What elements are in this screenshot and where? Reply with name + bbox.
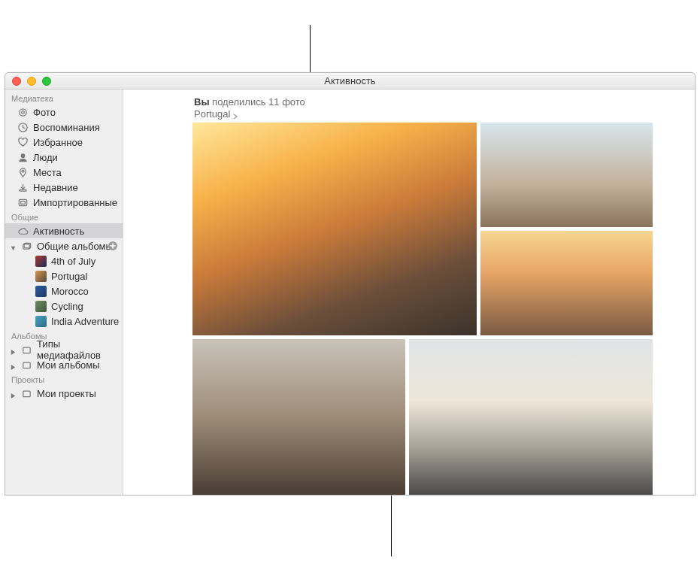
svg-point-4 xyxy=(22,170,24,172)
activity-headline: Вы поделились 11 фото Portugal xyxy=(123,89,695,125)
shared-albums-list: 4th of July Portugal Morocco Cycling xyxy=(5,253,123,329)
photos-icon xyxy=(17,107,29,118)
sidebar-header-library: Медиатека xyxy=(5,91,123,105)
sidebar-item-label: Воспоминания xyxy=(33,122,100,133)
photo-thumbnail[interactable] xyxy=(409,339,653,495)
sidebar-item-people[interactable]: Люди xyxy=(5,150,123,165)
disclosure-triangle-icon[interactable] xyxy=(10,390,17,397)
heart-icon xyxy=(17,137,29,148)
album-stack-icon xyxy=(21,241,32,252)
svg-rect-6 xyxy=(19,199,26,205)
sidebar-item-label: Фото xyxy=(33,107,56,118)
sidebar-item-shared-albums[interactable]: Общие альбомы xyxy=(5,238,123,253)
window-title: Активность xyxy=(5,75,695,86)
download-icon xyxy=(17,182,29,193)
sidebar: Медиатека Фото Воспоминания xyxy=(5,89,123,495)
sidebar-item-label: Мои альбомы xyxy=(37,359,100,371)
album-link-label: Portugal xyxy=(194,108,230,120)
svg-rect-11 xyxy=(23,347,30,353)
svg-rect-7 xyxy=(21,201,26,204)
sidebar-item-shared-album[interactable]: Portugal xyxy=(5,268,123,283)
folder-icon xyxy=(21,359,32,371)
photo-grid-bottom xyxy=(192,339,653,495)
add-album-button[interactable] xyxy=(108,241,118,251)
sidebar-item-shared-album[interactable]: Cycling xyxy=(5,299,123,314)
folder-icon xyxy=(21,344,32,356)
sidebar-item-places[interactable]: Места xyxy=(5,165,123,180)
album-thumbnail xyxy=(35,316,47,327)
sidebar-item-label: Активность xyxy=(33,226,84,237)
sidebar-item-imported[interactable]: Импортированные xyxy=(5,195,123,210)
sidebar-item-photos[interactable]: Фото xyxy=(5,105,123,120)
window-controls xyxy=(5,77,51,86)
sidebar-item-memories[interactable]: Воспоминания xyxy=(5,120,123,135)
disclosure-triangle-icon[interactable] xyxy=(10,243,17,250)
sidebar-item-label: Избранное xyxy=(33,137,83,148)
sidebar-item-label: 4th of July xyxy=(51,256,95,267)
pin-icon xyxy=(17,167,29,178)
chevron-right-icon xyxy=(232,111,240,118)
person-icon xyxy=(17,152,29,163)
sidebar-item-label: Cycling xyxy=(51,301,83,312)
sidebar-item-label: Недавние xyxy=(33,182,78,193)
svg-point-1 xyxy=(22,111,25,114)
sidebar-item-shared-album[interactable]: India Adventure xyxy=(5,314,123,329)
album-link[interactable]: Portugal xyxy=(194,108,695,120)
headline-author: Вы xyxy=(194,96,210,108)
sidebar-item-label: Люди xyxy=(33,152,58,163)
album-thumbnail xyxy=(35,271,47,282)
disclosure-triangle-icon[interactable] xyxy=(10,362,17,368)
photo-grid-top xyxy=(192,123,653,335)
svg-point-0 xyxy=(20,108,26,115)
sidebar-item-label: Места xyxy=(33,167,62,178)
sidebar-item-media-types[interactable]: Типы медиафайлов xyxy=(5,342,123,357)
close-button[interactable] xyxy=(12,77,21,86)
album-thumbnail xyxy=(35,301,47,312)
sidebar-item-shared-album[interactable]: 4th of July xyxy=(5,253,123,268)
sidebar-item-label: India Adventure xyxy=(51,316,119,327)
photo-thumbnail[interactable] xyxy=(192,339,405,495)
photo-thumbnail[interactable] xyxy=(480,231,653,335)
cloud-icon xyxy=(17,226,29,237)
titlebar[interactable]: Активность xyxy=(5,73,695,89)
svg-rect-5 xyxy=(20,189,26,191)
imports-icon xyxy=(17,197,29,208)
sidebar-item-label: Morocco xyxy=(51,286,89,297)
minimize-button[interactable] xyxy=(27,77,36,86)
sidebar-item-label: Мои проекты xyxy=(37,388,96,399)
folder-icon xyxy=(21,388,32,399)
album-thumbnail xyxy=(35,256,47,267)
svg-rect-12 xyxy=(23,362,30,368)
album-thumbnail xyxy=(35,286,47,297)
sidebar-item-shared-album[interactable]: Morocco xyxy=(5,283,123,299)
svg-point-3 xyxy=(21,153,26,158)
sidebar-item-activity[interactable]: Активность xyxy=(5,223,123,238)
fullscreen-button[interactable] xyxy=(42,77,51,86)
sidebar-item-label: Общие альбомы xyxy=(37,241,113,252)
svg-rect-13 xyxy=(23,391,30,397)
sidebar-item-my-projects[interactable]: Мои проекты xyxy=(5,386,123,401)
sidebar-item-my-albums[interactable]: Мои альбомы xyxy=(5,357,123,372)
clock-icon xyxy=(17,122,29,133)
sidebar-header-shared: Общие xyxy=(5,210,123,223)
photo-thumbnail[interactable] xyxy=(480,123,653,227)
photo-thumbnail[interactable] xyxy=(192,123,477,335)
sidebar-item-label: Импортированные xyxy=(33,197,117,208)
sidebar-item-favorites[interactable]: Избранное xyxy=(5,135,123,150)
sidebar-item-label: Portugal xyxy=(51,271,87,282)
sidebar-header-projects: Проекты xyxy=(5,372,123,386)
disclosure-triangle-icon[interactable] xyxy=(10,347,17,353)
headline-text: поделились 11 фото xyxy=(210,96,305,108)
sidebar-item-recents[interactable]: Недавние xyxy=(5,180,123,195)
